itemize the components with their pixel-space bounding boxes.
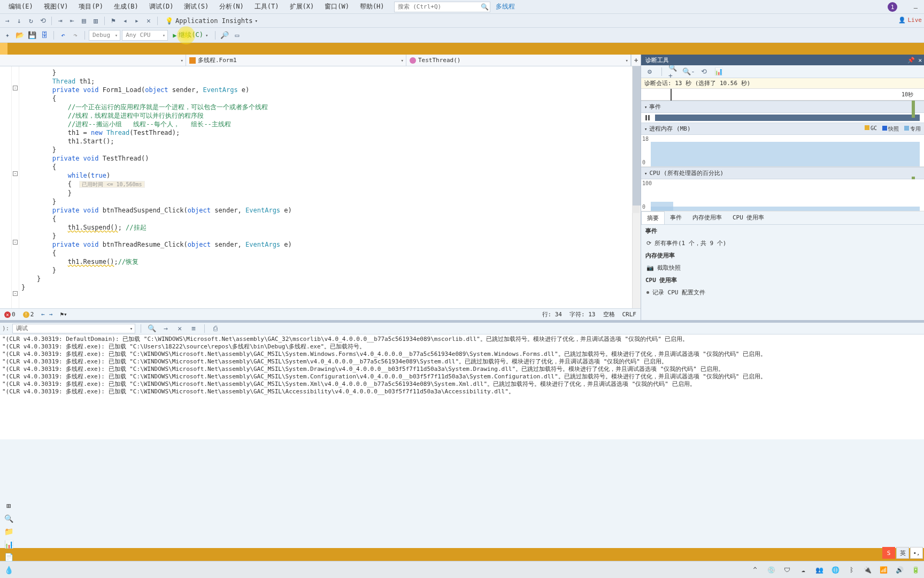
search-box[interactable]: 🔍 <box>394 2 490 12</box>
diag-tab[interactable]: 事件 <box>665 211 687 224</box>
type-dropdown[interactable]: 多线程.Form1▾ <box>186 55 406 66</box>
platform-dropdown[interactable]: Any CPU <box>122 30 168 41</box>
vertical-scrollbar[interactable] <box>632 66 641 308</box>
clear-bookmark-icon[interactable]: ✕ <box>143 16 154 26</box>
events-header[interactable]: ▾事件 <box>641 101 924 113</box>
step-into-icon[interactable]: ↓ <box>14 16 25 26</box>
menu-item[interactable]: 项目(P) <box>73 1 109 12</box>
continue-button[interactable]: ▶ 继续(C) ▾ <box>170 29 211 41</box>
restart-icon[interactable]: ⟲ <box>37 16 48 26</box>
taskbar-app-icon[interactable]: 📊 <box>2 538 15 551</box>
cpu-header[interactable]: ▾CPU (所有处理器的百分比) <box>641 167 924 179</box>
output-source-dropdown[interactable]: 调试 <box>12 324 135 333</box>
menu-item[interactable]: 编辑(E) <box>3 1 38 12</box>
next-bookmark-icon[interactable]: ▸ <box>132 16 142 26</box>
tray-volume-icon[interactable]: 🔊 <box>893 564 906 576</box>
reset-zoom-icon[interactable]: ⟲ <box>698 66 709 77</box>
output-text[interactable]: "(CLR v4.0.30319: DefaultDomain): 已加载 "C… <box>0 334 924 439</box>
menu-item[interactable]: 扩展(X) <box>284 1 320 12</box>
pin-icon[interactable]: 📌 <box>907 57 915 64</box>
search-icon[interactable]: 🔍 <box>480 3 490 11</box>
live-share[interactable]: 👤 Live <box>898 17 922 24</box>
out-find-icon[interactable]: 🔍 <box>147 323 157 334</box>
menu-item[interactable]: 工具(T) <box>249 1 284 12</box>
taskbar-app-icon[interactable]: ⊞ <box>2 499 15 512</box>
menu-item[interactable]: 帮助(H) <box>355 1 390 12</box>
tray-power-icon[interactable]: 🔌 <box>861 564 874 576</box>
time-marker[interactable] <box>671 89 672 101</box>
browser-icon[interactable]: ▭ <box>232 30 242 41</box>
solution-link[interactable]: 多线程 <box>496 2 515 11</box>
flag-icon[interactable]: ⚑▾ <box>60 311 67 318</box>
save-icon[interactable]: 💾 <box>27 30 37 41</box>
redo-icon[interactable]: ↷ <box>70 30 81 41</box>
out-goto-icon[interactable]: → <box>160 323 171 334</box>
tray-wifi-icon[interactable]: 📶 <box>877 564 890 576</box>
error-count[interactable]: ✕0 <box>4 311 16 318</box>
taskbar-app-icon[interactable]: 🔍 <box>2 512 15 525</box>
menu-item[interactable]: 生成(B) <box>109 1 144 12</box>
save-all-icon[interactable]: 🗄 <box>39 30 50 41</box>
tray-drive-icon[interactable]: 💿 <box>765 564 777 576</box>
step-out-icon[interactable]: ↻ <box>26 16 36 26</box>
prev-issue-icon[interactable]: ← <box>41 311 45 318</box>
menu-item[interactable]: 调试(D) <box>144 1 179 12</box>
taskbar-app-icon[interactable]: 💧 <box>2 564 15 576</box>
tray-up-icon[interactable]: ^ <box>749 564 761 576</box>
prev-bookmark-icon[interactable]: ◂ <box>120 16 130 26</box>
tray-people-icon[interactable]: 👥 <box>813 564 826 576</box>
cpu-record-row[interactable]: 记录 CPU 配置文件 <box>641 286 924 299</box>
indent-indicator[interactable]: 空格 <box>603 310 615 318</box>
zoom-in-icon[interactable]: 🔍+ <box>668 66 679 77</box>
menu-item[interactable]: 视图(V) <box>38 1 74 12</box>
fold-box[interactable]: - <box>13 240 18 245</box>
line-indicator[interactable]: 行: 34 <box>542 310 563 318</box>
tray-battery-icon[interactable]: 🔋 <box>909 564 922 576</box>
bookmark-flag-icon[interactable]: ⚑ <box>108 16 119 26</box>
code-editor[interactable]: - - - - } Thread th1; private void Form1… <box>0 66 641 308</box>
taskbar-app-icon[interactable]: 📁 <box>2 525 15 538</box>
open-icon[interactable]: 📂 <box>14 30 25 41</box>
next-issue-icon[interactable]: → <box>49 311 53 318</box>
settings-icon[interactable]: ⚙ <box>644 66 655 77</box>
ime-punct-button[interactable]: •, <box>910 547 923 559</box>
out-toggle-icon[interactable]: ⎙ <box>210 323 221 334</box>
minimize-icon[interactable]: — <box>914 4 918 12</box>
col-indicator[interactable]: 字符: 13 <box>569 310 596 318</box>
ime-sogou-button[interactable]: S <box>882 547 895 559</box>
zoom-out-icon[interactable]: 🔍- <box>683 66 694 77</box>
out-wrap-icon[interactable]: ≡ <box>188 323 199 334</box>
new-icon[interactable]: ✦ <box>2 30 13 41</box>
tray-defender-icon[interactable]: 🛡 <box>781 564 794 576</box>
menu-item[interactable]: 分析(N) <box>214 1 249 12</box>
config-dropdown[interactable]: Debug <box>89 30 120 41</box>
out-clear-icon[interactable]: ✕ <box>174 323 185 334</box>
search-input[interactable] <box>395 3 480 10</box>
fold-box[interactable]: - <box>13 291 18 296</box>
diag-tab[interactable]: 内存使用率 <box>687 211 727 224</box>
tray-network-icon[interactable]: 🌐 <box>829 564 842 576</box>
tray-cloud-icon[interactable]: ☁ <box>797 564 810 576</box>
memory-header[interactable]: ▾进程内存 (MB) GC快照专用 <box>641 123 924 135</box>
fold-gutter[interactable]: - - - - <box>12 66 19 308</box>
time-ruler[interactable]: 10秒 <box>641 89 924 101</box>
scrollbar-thumb[interactable] <box>633 66 641 206</box>
split-button[interactable]: + <box>631 55 641 66</box>
indent-icon[interactable]: ⇥ <box>55 16 66 26</box>
warning-count[interactable]: !2 <box>23 311 34 318</box>
tray-bt-icon[interactable]: ᛒ <box>845 564 858 576</box>
app-insights-dropdown[interactable]: 💡 Application Insights ▾ <box>165 17 258 25</box>
outdent-icon[interactable]: ⇤ <box>67 16 78 26</box>
snapshot-row[interactable]: 📷截取快照 <box>641 262 924 274</box>
active-tab-corner[interactable] <box>0 43 7 55</box>
fold-box[interactable]: - <box>13 171 18 176</box>
close-icon[interactable]: ✕ <box>918 57 922 64</box>
memory-chart[interactable]: 18 0 <box>641 135 924 167</box>
find-icon[interactable]: 🔎 <box>219 30 230 41</box>
breakpoint-gutter[interactable] <box>0 66 12 308</box>
scope-dropdown[interactable]: ▾ <box>0 55 186 66</box>
member-dropdown[interactable]: TestThread()▾ <box>406 55 631 66</box>
undo-icon[interactable]: ↶ <box>58 30 68 41</box>
user-badge[interactable]: 1 <box>888 2 897 12</box>
ime-lang-button[interactable]: 英 <box>896 547 909 559</box>
